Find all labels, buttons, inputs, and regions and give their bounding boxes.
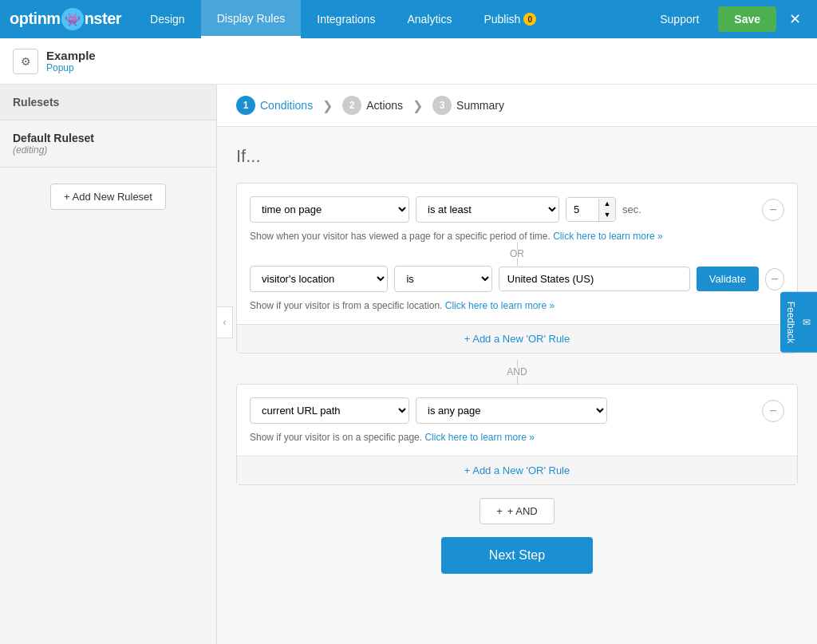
step-3: 3 Summary: [432, 96, 504, 115]
condition-select-2[interactable]: visitor's location time on page current …: [250, 266, 388, 292]
sidebar-item-default-ruleset[interactable]: Default Ruleset (editing): [0, 121, 216, 168]
rule-card-inner-1: time on page visitor's location current …: [237, 184, 797, 324]
main-layout: Rulesets Default Ruleset (editing) + Add…: [0, 85, 817, 644]
nav-tab-integrations[interactable]: Integrations: [301, 0, 391, 38]
close-nav-button[interactable]: ✕: [783, 7, 807, 31]
spinner-up-button[interactable]: ▲: [599, 199, 615, 210]
logo-monster-icon: 👾: [61, 8, 84, 30]
remove-rule-3-button[interactable]: −: [762, 400, 784, 422]
condition-select-3[interactable]: current URL path time on page visitor's …: [250, 397, 409, 424]
collapse-sidebar-button[interactable]: ‹: [217, 306, 233, 338]
rule-2-help: Show if your visitor is from a specific …: [250, 300, 784, 311]
step-1-label[interactable]: Conditions: [260, 99, 313, 112]
operator-select-3[interactable]: is any page is is not contains: [416, 397, 607, 424]
rule-1-help: Show when your visitor has viewed a page…: [250, 231, 784, 242]
feedback-tab[interactable]: ✉ Feedback: [780, 291, 817, 353]
add-and-button[interactable]: + + AND: [480, 498, 555, 524]
content-body: If... time on page visitor's location cu…: [217, 127, 817, 599]
sub-header-info: Example Popup: [46, 49, 96, 73]
remove-rule-1-button[interactable]: −: [762, 199, 784, 221]
step-1-number: 1: [236, 96, 255, 115]
step-arrow-1: ❯: [322, 98, 333, 113]
add-ruleset-button[interactable]: + Add New Ruleset: [50, 184, 166, 210]
add-and-label: + AND: [507, 505, 538, 517]
step-1: 1 Conditions: [236, 96, 313, 115]
save-button[interactable]: Save: [718, 6, 776, 32]
and-divider: AND: [236, 360, 798, 384]
rule-3-help: Show if your visitor is on a specific pa…: [250, 432, 784, 443]
rule-group-1: time on page visitor's location current …: [236, 183, 798, 354]
feedback-icon: ✉: [801, 316, 812, 327]
add-or-rule-2-button[interactable]: + Add a New 'OR' Rule: [237, 456, 797, 484]
step-3-label[interactable]: Summary: [456, 99, 504, 112]
step-2: 2 Actions: [342, 96, 403, 115]
sidebar-header: Rulesets: [0, 85, 216, 121]
nav-right: Support Save ✕: [647, 0, 807, 38]
logo: optinm👾nster: [10, 8, 121, 30]
support-button[interactable]: Support: [647, 0, 712, 38]
rule-2-help-link[interactable]: Click here to learn more »: [445, 300, 555, 311]
operator-select-1[interactable]: is at least is less than is exactly: [416, 196, 559, 223]
validate-button[interactable]: Validate: [697, 267, 759, 291]
plus-icon: +: [496, 505, 503, 517]
operator-select-2[interactable]: is is not: [394, 266, 491, 292]
step-2-number: 2: [342, 96, 361, 115]
feedback-label: Feedback: [785, 301, 796, 343]
time-value-input[interactable]: [566, 198, 598, 221]
rule-time-row: time on page visitor's location current …: [250, 196, 784, 223]
or-divider-1: OR: [250, 242, 784, 266]
next-step-button[interactable]: Next Step: [441, 537, 593, 574]
condition-select-1[interactable]: time on page visitor's location current …: [250, 196, 409, 223]
nav-tabs: Design Display Rules Integrations Analyt…: [134, 0, 647, 38]
step-3-number: 3: [432, 96, 452, 115]
ruleset-title: Default Ruleset: [13, 132, 203, 144]
rule-1-help-link[interactable]: Click here to learn more »: [553, 231, 662, 242]
step-2-label[interactable]: Actions: [366, 99, 403, 112]
add-or-rule-1-button[interactable]: + Add a New 'OR' Rule: [237, 324, 797, 353]
nav-tab-display-rules[interactable]: Display Rules: [201, 0, 302, 38]
time-spinner: ▲ ▼: [566, 197, 616, 222]
top-nav: optinm👾nster Design Display Rules Integr…: [0, 0, 817, 38]
publish-badge: 0: [523, 13, 536, 26]
spinner-buttons: ▲ ▼: [598, 199, 615, 221]
remove-rule-2-button[interactable]: −: [765, 268, 784, 290]
nav-tab-publish[interactable]: Publish0: [468, 0, 552, 38]
nav-tab-analytics[interactable]: Analytics: [391, 0, 468, 38]
logo-text: optinm👾nster: [10, 8, 121, 30]
location-value-input[interactable]: [499, 267, 690, 291]
rule-url-row: current URL path time on page visitor's …: [250, 397, 784, 424]
campaign-title: Example: [46, 49, 96, 62]
settings-icon: ⚙: [13, 49, 38, 74]
stepper: 1 Conditions ❯ 2 Actions ❯ 3 Summary: [217, 85, 817, 127]
step-arrow-2: ❯: [412, 98, 423, 113]
sub-header: ⚙ Example Popup: [0, 38, 817, 85]
nav-tab-design[interactable]: Design: [134, 0, 201, 38]
ruleset-editing-label: (editing): [13, 144, 203, 156]
if-label: If...: [236, 146, 798, 167]
rule-3-help-link[interactable]: Click here to learn more »: [424, 432, 534, 443]
campaign-type: Popup: [46, 62, 96, 73]
sidebar: Rulesets Default Ruleset (editing) + Add…: [0, 85, 217, 644]
location-input-row: Validate: [499, 267, 759, 291]
rule-card-inner-2: current URL path time on page visitor's …: [237, 385, 797, 456]
rule-group-2: current URL path time on page visitor's …: [236, 384, 798, 485]
rule-location-row: visitor's location time on page current …: [250, 266, 784, 292]
content-area: 1 Conditions ❯ 2 Actions ❯ 3 Summary If.…: [217, 85, 817, 644]
spinner-down-button[interactable]: ▼: [599, 210, 615, 221]
time-unit-label: sec.: [622, 203, 641, 215]
